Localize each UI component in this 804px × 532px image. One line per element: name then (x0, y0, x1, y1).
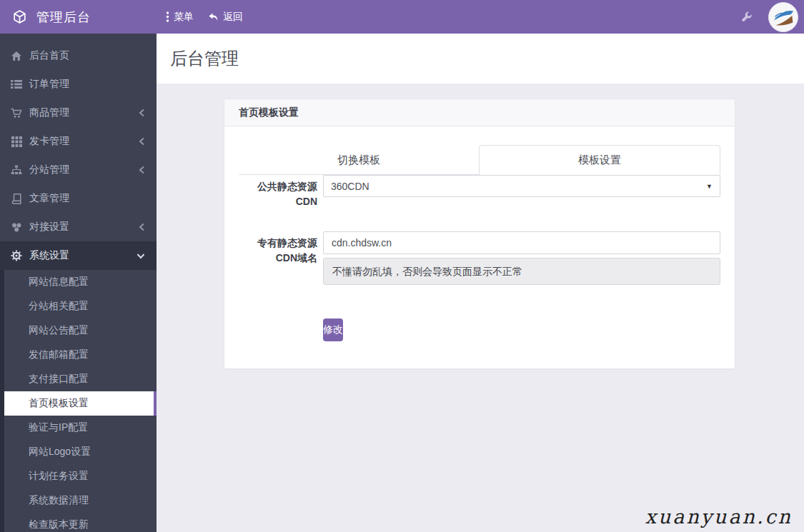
submenu-item-label: 网站Logo设置 (29, 446, 91, 458)
sidebar-item-label: 商品管理 (29, 106, 139, 119)
back-arrow-icon (208, 12, 219, 22)
sidebar: 后台首页 订单管理 商品管理 (0, 34, 157, 532)
gear-icon (11, 250, 22, 261)
ellipsis-vertical-icon (166, 11, 169, 22)
sidebar-item-integration[interactable]: 对接设置 (0, 213, 157, 241)
menu-button-label: 菜单 (174, 11, 194, 24)
submenu-item-label: 首页模板设置 (29, 397, 89, 410)
submenu-item-version-check[interactable]: 检查版本更新 (4, 513, 157, 532)
home-icon (11, 51, 22, 61)
submit-button[interactable]: 修改 (323, 318, 343, 341)
private-cdn-input[interactable] (323, 231, 720, 254)
sidebar-item-label: 分站管理 (29, 164, 139, 176)
settings-form: 公共静态资源 CDN 360CDN ▼ (239, 175, 720, 341)
sidebar-item-label: 后台首页 (29, 49, 145, 62)
back-button[interactable]: 返回 (208, 11, 243, 24)
submenu-item-label: 验证与IP配置 (29, 421, 88, 434)
submenu-item-logo[interactable]: 网站Logo设置 (4, 440, 157, 464)
sidebar-item-substations[interactable]: 分站管理 (0, 156, 157, 184)
layout: 后台首页 订单管理 商品管理 (0, 34, 804, 532)
submenu-item-announcement[interactable]: 网站公告配置 (4, 318, 157, 343)
sitemap-icon (11, 165, 22, 175)
wrench-icon[interactable] (741, 11, 753, 23)
chevron-left-icon (139, 166, 145, 174)
chevron-left-icon (139, 223, 145, 231)
system-settings-submenu: 网站信息配置 分站相关配置 网站公告配置 发信邮箱配置 支付接口配置 首页模板设… (0, 270, 157, 532)
public-cdn-select[interactable]: 360CDN ▼ (323, 175, 720, 197)
submenu-item-verify-ip[interactable]: 验证与IP配置 (4, 416, 157, 440)
book-icon (11, 194, 22, 204)
sidebar-item-dashboard[interactable]: 后台首页 (0, 41, 157, 70)
form-row-private-cdn: 专有静态资源 CDN域名 不懂请勿乱填，否则会导致页面显示不正常 (239, 231, 720, 285)
brand-title: 管理后台 (36, 9, 91, 26)
cart-icon (11, 108, 22, 119)
submenu-item-homepage-template[interactable]: 首页模板设置 (4, 391, 157, 416)
submenu-item-label: 计划任务设置 (29, 470, 89, 483)
content-header: 后台管理 (157, 34, 804, 84)
sidebar-item-label: 对接设置 (29, 221, 139, 234)
submenu-item-label: 分站相关配置 (29, 300, 89, 313)
submenu-item-label: 支付接口配置 (29, 373, 89, 386)
submenu-item-data-cleanup[interactable]: 系统数据清理 (4, 488, 157, 513)
tab-template-settings[interactable]: 模板设置 (479, 145, 720, 175)
submenu-item-email[interactable]: 发信邮箱配置 (4, 343, 157, 367)
chevron-left-icon (139, 109, 145, 117)
submenu-item-label: 发信邮箱配置 (29, 348, 89, 361)
form-row-submit: 修改 (239, 318, 720, 341)
card-header: 首页模板设置 (224, 99, 735, 126)
sidebar-item-orders[interactable]: 订单管理 (0, 70, 157, 99)
tab-switch-template[interactable]: 切换模板 (239, 145, 479, 175)
submenu-item-label: 网站公告配置 (29, 324, 89, 337)
submenu-item-label: 系统数据清理 (29, 494, 89, 507)
cube-logo-icon (12, 9, 27, 24)
chevron-down-icon (137, 253, 145, 259)
content: 首页模板设置 切换模板 模板设置 公共静态资源 CDN (157, 84, 804, 532)
topbar-right (741, 0, 804, 34)
avatar[interactable] (768, 2, 798, 32)
submenu-item-substation-config[interactable]: 分站相关配置 (4, 294, 157, 318)
template-settings-card: 首页模板设置 切换模板 模板设置 公共静态资源 CDN (224, 99, 735, 369)
select-dropdown-arrow-icon: ▼ (706, 183, 713, 190)
private-cdn-help-text: 不懂请勿乱填，否则会导致页面显示不正常 (323, 258, 720, 285)
topbar: 管理后台 菜单 返回 (0, 0, 804, 34)
list-icon (11, 79, 22, 89)
cubes-icon (11, 222, 22, 233)
brand[interactable]: 管理后台 (0, 0, 157, 34)
sidebar-item-articles[interactable]: 文章管理 (0, 184, 157, 213)
sidebar-item-products[interactable]: 商品管理 (0, 99, 157, 127)
submenu-item-payment[interactable]: 支付接口配置 (4, 367, 157, 391)
chevron-left-icon (139, 137, 145, 146)
public-cdn-label: 公共静态资源 CDN (239, 175, 323, 209)
sidebar-item-label: 文章管理 (29, 192, 145, 205)
back-button-label: 返回 (223, 11, 243, 24)
page-title: 后台管理 (170, 47, 239, 70)
submenu-item-cron[interactable]: 计划任务设置 (4, 464, 157, 488)
submenu-item-label: 网站信息配置 (29, 276, 89, 288)
tabs: 切换模板 模板设置 (239, 145, 720, 175)
sidebar-item-label: 系统设置 (29, 249, 137, 262)
main: 后台管理 首页模板设置 切换模板 模板设置 公共静态资源 CDN (157, 34, 804, 532)
topnav: 菜单 返回 (157, 0, 257, 34)
form-row-public-cdn: 公共静态资源 CDN 360CDN ▼ (239, 175, 720, 209)
sidebar-item-label: 发卡管理 (29, 135, 139, 148)
private-cdn-label: 专有静态资源 CDN域名 (239, 231, 323, 285)
submenu-item-label: 检查版本更新 (29, 518, 89, 531)
sidebar-item-label: 订单管理 (29, 78, 145, 91)
grid-icon (11, 136, 22, 147)
card-body: 切换模板 模板设置 公共静态资源 CDN 360CDN (224, 126, 735, 367)
public-cdn-selected-value: 360CDN (331, 181, 369, 192)
sidebar-item-cards[interactable]: 发卡管理 (0, 127, 157, 156)
menu-button[interactable]: 菜单 (166, 11, 194, 24)
submenu-item-site-info[interactable]: 网站信息配置 (4, 270, 157, 294)
watermark: xuanyuan.cn (645, 506, 793, 528)
sidebar-item-system-settings[interactable]: 系统设置 (0, 241, 157, 270)
